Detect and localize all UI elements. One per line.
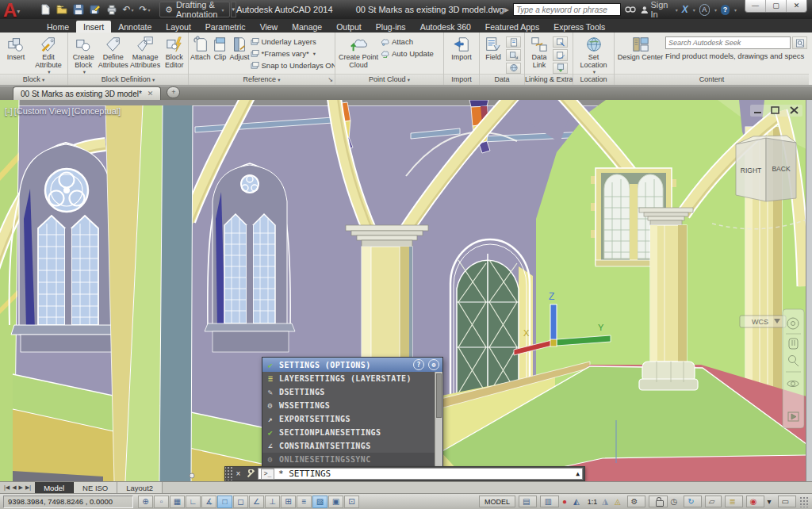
object-snap-toggle[interactable]: □ — [217, 496, 232, 508]
infocenter-collapse-icon[interactable]: ▶ — [504, 6, 509, 13]
suggestion-help-icon[interactable]: ? — [413, 359, 424, 370]
command-input[interactable]: * SETTINGS ▲ — [258, 468, 583, 480]
ole-object-icon[interactable] — [506, 49, 521, 60]
set-location-button[interactable]: Set Location — [576, 34, 611, 74]
minimize-button[interactable]: — — [745, 0, 765, 12]
define-attributes-button[interactable]: Define Attributes — [98, 34, 128, 74]
tab-output[interactable]: Output — [329, 21, 369, 33]
file-tab-close-icon[interactable]: ✕ — [147, 90, 154, 98]
lineweight-toggle[interactable]: ≡ — [297, 496, 312, 508]
suggestion-layersettings[interactable]: ≡ LAYERSETTINGS (LAYERSTATE) — [262, 372, 435, 385]
tab-featured-apps[interactable]: Featured Apps — [478, 21, 546, 33]
lock-ui-icon[interactable] — [649, 496, 668, 507]
scrollbar-thumb[interactable] — [436, 373, 442, 418]
panel-title-point-cloud[interactable]: Point Cloud — [335, 74, 443, 85]
open-file-button[interactable] — [55, 3, 68, 16]
help-icon[interactable]: ? — [721, 5, 730, 15]
new-drawing-tab-button[interactable]: + — [167, 86, 180, 98]
viewport-menu-control[interactable]: [-] — [5, 106, 13, 116]
panel-title-content[interactable]: Content — [615, 74, 809, 85]
command-line-customize-icon[interactable] — [244, 467, 257, 480]
manage-attributes-button[interactable]: Manage Attributes — [129, 34, 161, 74]
annotation-autoscale-icon[interactable]: ◬ — [615, 497, 624, 506]
layer-lock-icon[interactable]: ≣ — [725, 496, 742, 507]
qat-customize-button[interactable]: ▾ — [231, 2, 236, 17]
snap-underlays-row[interactable]: Snap to Underlays ON — [251, 60, 335, 71]
link-data-icon[interactable] — [553, 49, 568, 60]
panel-title-reference[interactable]: Reference↘ — [189, 74, 335, 85]
autodesk-360-sync-icon[interactable]: ↻ — [684, 496, 701, 507]
workspace-selector[interactable]: ⚙ Drafting & Annotation ▾ — [159, 2, 230, 17]
grid-display-toggle[interactable]: ▦ — [170, 496, 185, 508]
annotation-scale-value[interactable]: 1:1 — [586, 498, 599, 506]
object-snap-tracking-toggle[interactable]: ∠ — [249, 496, 264, 508]
hardware-status-icon[interactable]: ◷ — [671, 497, 681, 506]
save-button[interactable] — [71, 3, 85, 16]
location-pin-icon[interactable]: ◉ — [746, 496, 764, 507]
save-as-button[interactable] — [88, 3, 102, 16]
create-point-cloud-button[interactable]: Create Point Cloud — [337, 34, 380, 74]
suggestion-dsettings[interactable]: ✎ DSETTINGS — [262, 385, 435, 399]
dialog-launcher-icon[interactable]: ↘ — [327, 75, 333, 85]
tab-express-tools[interactable]: Express Tools — [546, 21, 612, 33]
dynamic-input-toggle[interactable]: ⊞ — [281, 496, 296, 508]
search-icon[interactable] — [625, 5, 636, 15]
command-line-grip[interactable] — [225, 467, 232, 480]
download-from-source-icon[interactable] — [553, 63, 568, 74]
dynamic-ucs-toggle[interactable]: ⊥ — [265, 496, 280, 508]
first-tab-icon[interactable]: |◀ — [4, 484, 10, 491]
prev-tab-icon[interactable]: ◀ — [12, 484, 16, 491]
quick-properties-toggle[interactable]: ▣ — [328, 496, 343, 508]
maximize-button[interactable]: ▢ — [765, 0, 786, 12]
adjust-reference-button[interactable]: Adjust — [230, 34, 250, 74]
tab-annotate[interactable]: Annotate — [111, 21, 159, 33]
panel-title-block-definition[interactable]: Block Definition — [68, 74, 188, 85]
suggestion-onlinesettingssync[interactable]: ⚙ ONLINESETTINGSSYNC — [262, 453, 435, 466]
suggestion-sectionplanesettings[interactable]: ✔ SECTIONPLANESETTINGS — [262, 426, 435, 439]
transparency-toggle[interactable]: ▨ — [312, 496, 327, 508]
coordinates-readout[interactable]: 9398.3984, 7498.8246 , 0.0000 — [3, 496, 133, 508]
autodesk-seek-search-input[interactable] — [665, 36, 791, 49]
quick-view-layouts-icon[interactable]: ▤ — [519, 496, 537, 507]
edit-attribute-button[interactable]: Edit Attribute — [31, 34, 66, 74]
suggestion-constraintsettings[interactable]: ∠ CONSTRAINTSETTINGS — [262, 439, 435, 453]
annotation-visibility-icon[interactable]: ◮ — [602, 497, 611, 506]
suggestion-exportsettings[interactable]: ↗ EXPORTSETTINGS — [262, 412, 435, 426]
drawing-file-tab[interactable]: 00 St Marks as existing 3D model* ✕ — [13, 86, 161, 100]
isolate-objects-icon[interactable]: ● — [562, 497, 570, 506]
panel-title-location[interactable]: Location — [573, 74, 614, 85]
undo-button[interactable]: ↶▾ — [121, 3, 135, 16]
panel-title-import[interactable]: Import — [444, 74, 479, 85]
tab-layout[interactable]: Layout — [159, 21, 198, 33]
close-button[interactable]: ✕ — [786, 0, 806, 12]
wcs-menu[interactable]: WCS — [740, 316, 786, 327]
application-menu-button[interactable]: A ▾ — [3, 0, 33, 30]
workspace-switching-icon[interactable]: ⚙ — [627, 496, 645, 507]
viewcube-right-face[interactable]: RIGHT — [741, 166, 761, 174]
last-tab-icon[interactable]: ▶| — [25, 484, 31, 491]
suggestion-scrollbar[interactable] — [435, 372, 442, 467]
panel-title-block[interactable]: Block — [0, 74, 67, 85]
point-cloud-auto-update-button[interactable]: Auto Update — [381, 48, 434, 59]
import-button[interactable]: Import — [446, 34, 477, 74]
tab-insert[interactable]: Insert — [76, 21, 111, 33]
redo-button[interactable]: ↷▾ — [138, 3, 151, 16]
block-editor-button[interactable]: Block Editor — [162, 34, 186, 74]
polar-tracking-toggle[interactable]: ∡ — [201, 496, 216, 508]
tab-parametric[interactable]: Parametric — [198, 21, 253, 33]
tab-home[interactable]: Home — [40, 21, 76, 33]
selection-cycling-toggle[interactable]: ⊡ — [344, 496, 359, 508]
viewcube-back-face[interactable]: BACK — [772, 165, 790, 173]
tab-plugins[interactable]: Plug-ins — [369, 21, 413, 33]
hyperlink-icon[interactable] — [506, 63, 521, 74]
create-block-button[interactable]: Create Block — [70, 34, 98, 74]
tab-ne-iso[interactable]: NE ISO — [74, 482, 117, 493]
next-tab-icon[interactable]: ▶ — [19, 484, 23, 491]
tab-autodesk-360[interactable]: Autodesk 360 — [413, 21, 478, 33]
underlay-layers-row[interactable]: Underlay Layers — [251, 36, 335, 47]
visual-style-control[interactable]: [Conceptual] — [72, 106, 121, 116]
status-menu-caret-icon[interactable]: ▾ — [768, 497, 775, 506]
panel-title-data[interactable]: Data — [480, 74, 524, 85]
navigation-bar[interactable] — [783, 309, 804, 428]
3d-object-snap-toggle[interactable]: ◻ — [233, 496, 248, 508]
